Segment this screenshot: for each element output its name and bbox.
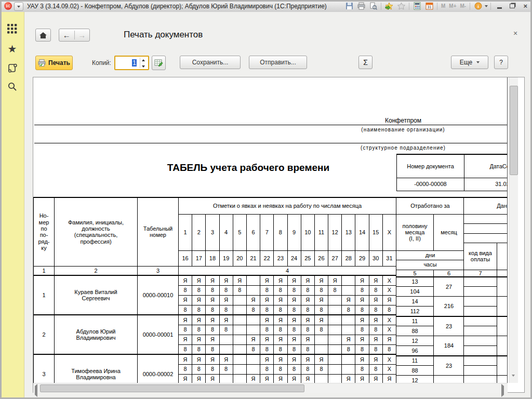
day-mark-cell[interactable]: Я: [206, 275, 219, 285]
month-total-cell[interactable]: 184: [434, 336, 464, 356]
day-mark-cell[interactable]: Я: [192, 315, 206, 325]
employee-name-cell[interactable]: Абдулов Юрий Владимирович: [55, 315, 138, 354]
day-mark-cell[interactable]: Я: [287, 275, 301, 285]
day-mark-cell[interactable]: [233, 335, 246, 344]
day-mark-cell[interactable]: 8: [287, 364, 301, 374]
day-mark-cell[interactable]: 8: [192, 285, 206, 295]
day-mark-cell[interactable]: 8: [192, 325, 206, 335]
day-mark-cell[interactable]: Я: [206, 295, 219, 305]
day-mark-cell[interactable]: 8: [287, 325, 301, 335]
day-mark-cell[interactable]: Я: [179, 295, 192, 305]
paycode-cell[interactable]: [464, 307, 497, 316]
day-number-cell[interactable]: 5: [233, 214, 246, 250]
col-number[interactable]: 2: [55, 266, 138, 275]
day-mark-cell[interactable]: 8: [260, 285, 274, 295]
day-mark-cell[interactable]: Я: [382, 295, 396, 305]
memory-minus-button[interactable]: M-: [459, 3, 468, 9]
day-mark-cell[interactable]: 8: [342, 344, 355, 354]
day-mark-cell[interactable]: [246, 364, 260, 374]
scroll-right-icon[interactable]: [501, 386, 505, 390]
col-number[interactable]: 1: [34, 266, 55, 275]
day-mark-cell[interactable]: 8: [179, 325, 192, 335]
paycode-cell[interactable]: [464, 356, 497, 366]
empty-cell[interactable]: [464, 233, 508, 243]
day-number-cell[interactable]: 22: [260, 250, 274, 266]
day-mark-cell[interactable]: Я: [287, 335, 301, 344]
col-number[interactable]: 4: [179, 266, 396, 275]
save-icon[interactable]: [344, 2, 354, 10]
day-number-cell[interactable]: 12: [328, 214, 342, 250]
day-mark-cell[interactable]: [328, 335, 342, 344]
home-button[interactable]: [35, 29, 51, 42]
day-mark-cell[interactable]: 8: [314, 285, 328, 295]
memory-plus-button[interactable]: M+: [448, 3, 457, 9]
system-menu-button[interactable]: [14, 2, 23, 11]
day-mark-cell[interactable]: [328, 344, 342, 354]
day-mark-cell[interactable]: 8: [179, 364, 192, 374]
half-month-total-cell[interactable]: 112: [396, 307, 434, 316]
day-mark-cell[interactable]: 8: [355, 305, 369, 315]
day-mark-cell[interactable]: 8: [206, 305, 219, 315]
more-button[interactable]: Еще: [451, 56, 488, 69]
info-dropdown-icon[interactable]: [485, 5, 488, 7]
day-mark-cell[interactable]: Я: [369, 275, 382, 285]
day-number-cell[interactable]: 27: [328, 250, 342, 266]
day-number-cell[interactable]: 2: [192, 214, 206, 250]
day-mark-cell[interactable]: 8: [301, 305, 314, 315]
day-mark-cell[interactable]: [219, 335, 233, 344]
day-number-cell[interactable]: 14: [355, 214, 369, 250]
day-number-cell[interactable]: 1: [179, 214, 192, 250]
day-number-cell[interactable]: 25: [301, 250, 314, 266]
day-mark-cell[interactable]: Я: [301, 335, 314, 344]
scroll-up-icon[interactable]: [512, 79, 515, 83]
day-mark-cell[interactable]: 8: [179, 305, 192, 315]
day-mark-cell[interactable]: 8: [314, 325, 328, 335]
send-button[interactable]: Отправить...: [249, 56, 307, 69]
day-mark-cell[interactable]: 8: [260, 325, 274, 335]
day-mark-cell[interactable]: [328, 315, 342, 325]
day-mark-cell[interactable]: X: [382, 285, 396, 295]
day-mark-cell[interactable]: Я: [355, 295, 369, 305]
empty-cell[interactable]: [464, 223, 508, 233]
day-mark-cell[interactable]: [233, 295, 246, 305]
corr-cell[interactable]: [497, 277, 508, 297]
empty-cell[interactable]: [464, 214, 508, 223]
scroll-left-icon[interactable]: [35, 386, 38, 390]
day-mark-cell[interactable]: Я: [260, 315, 274, 325]
table-settings-button[interactable]: [152, 56, 166, 70]
vertical-scroll-thumb[interactable]: [510, 86, 518, 175]
day-mark-cell[interactable]: [342, 275, 355, 285]
col-half-header[interactable]: половину месяца (I, II): [396, 214, 434, 250]
paycode-cell[interactable]: [464, 346, 497, 356]
day-number-cell[interactable]: 26: [314, 250, 328, 266]
day-mark-cell[interactable]: Я: [314, 354, 328, 364]
doc-number-header[interactable]: Номер документа: [397, 154, 464, 178]
col-number[interactable]: 5: [396, 270, 434, 277]
col-number[interactable]: 6: [434, 270, 464, 277]
minimize-button[interactable]: [494, 2, 505, 10]
day-mark-cell[interactable]: Я: [355, 354, 369, 364]
day-mark-cell[interactable]: Я: [369, 354, 382, 364]
employee-tabnum-cell[interactable]: 0000-00010: [138, 275, 179, 315]
day-mark-cell[interactable]: Я: [369, 335, 382, 344]
day-number-cell[interactable]: 4: [219, 214, 233, 250]
col-number[interactable]: 3: [138, 266, 179, 275]
day-mark-cell[interactable]: Я: [382, 335, 396, 344]
day-mark-cell[interactable]: 8: [287, 344, 301, 354]
paycode-cell[interactable]: [464, 297, 497, 307]
col-number[interactable]: [497, 270, 508, 277]
day-mark-cell[interactable]: Я: [301, 354, 314, 364]
day-mark-cell[interactable]: 8: [274, 285, 287, 295]
day-mark-cell[interactable]: X: [382, 315, 396, 325]
day-mark-cell[interactable]: 8: [260, 364, 274, 374]
menu-grid-icon[interactable]: [7, 23, 18, 34]
day-mark-cell[interactable]: Я: [233, 275, 246, 285]
day-mark-cell[interactable]: Я: [355, 275, 369, 285]
day-mark-cell[interactable]: Я: [301, 295, 314, 305]
form-close-icon[interactable]: ×: [511, 29, 520, 37]
spinner-arrows[interactable]: [140, 58, 147, 68]
day-mark-cell[interactable]: Я: [274, 315, 287, 325]
day-mark-cell[interactable]: Я: [206, 335, 219, 344]
day-mark-cell[interactable]: Я: [260, 354, 274, 364]
day-number-cell[interactable]: 29: [355, 250, 369, 266]
